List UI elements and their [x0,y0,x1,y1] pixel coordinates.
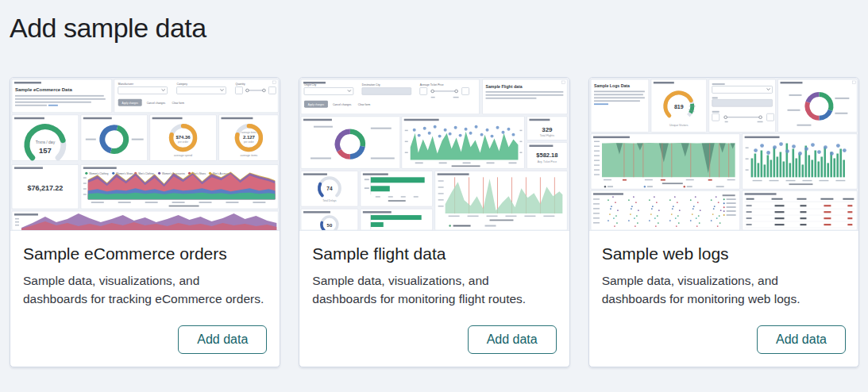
avg-spend-value: $74.36 [176,134,191,139]
ecommerce-avg-items-panel: average items 2.127 per order average it… [218,114,278,160]
ecommerce-intro-panel: Sample eCommerce Data [12,79,112,112]
flight-intro-panel: Sample Flight data [483,79,568,113]
avg-ticket-price-label: Average Ticket Price [420,83,444,86]
web-logs-dashboard-thumbnail: Sample Logs Data [589,78,858,231]
visitors-vs-bytes-chart-panel [742,133,857,189]
ecommerce-controls-panel: Manufacturer Category Quantity App [114,79,279,112]
host-table-panel [742,190,857,230]
cancel-changes-label: Cancel changes [333,102,352,106]
avg-items-unit: per order [244,140,254,143]
ecommerce-dashboard-thumbnail: Sample eCommerce Data Manufacturer [10,78,280,231]
total-flights-value: 329 [542,125,554,133]
unique-visitors-label: Unique Visitors [669,123,689,126]
flight-controls-panel: Origin City Destination City Average Tic… [301,79,480,113]
revenue-value: $76,217.22 [27,184,63,192]
page-title: Add sample data [10,11,859,45]
manufacturer-select [118,86,168,94]
trxns-gauge-value: 157 [39,145,52,154]
card-body-ecommerce: Sample eCommerce orders Sample data, vis… [10,231,280,367]
ecommerce-panel-heading: Sample eCommerce Data [15,86,72,91]
logs-intro-panel: Sample Logs Data [591,79,649,132]
card-body-flight: Sample flight data Sample data, visualiz… [299,231,569,367]
total-delays-value: 74 [327,186,334,191]
avg-ticket-price-value: $582.18 [537,152,558,159]
flight-dashboard-thumbnail: Origin City Destination City Average Tic… [299,78,569,231]
clear-form-label: Clear form [358,102,371,106]
response-codes-chart-panel [591,133,740,189]
apply-changes-label: Apply changes [122,101,139,104]
total-flights-label: Total Flights [540,134,554,137]
svg-text:Women's Shoes: Women's Shoes [116,171,133,175]
trxns-gauge-label: Trxns / day [36,139,56,144]
ecommerce-avg-spend-panel: $74.36 per order average spend [150,114,217,160]
destination-city-input [362,87,411,94]
card-title-ecommerce: Sample eCommerce orders [23,243,267,264]
sample-data-cards: Sample eCommerce Data Manufacturer [10,77,859,367]
add-data-button-web-logs[interactable]: Add data [757,325,846,354]
total-delays-label: Total Delays [323,199,338,202]
card-web-logs: Sample Logs Data [588,77,859,367]
ecommerce-promotion-panel [12,211,278,230]
card-ecommerce: Sample eCommerce Data Manufacturer [10,77,280,367]
avg-ticket-price-panel: $582.18 Avg. Ticket Price [527,142,568,168]
add-data-button-flight[interactable]: Add data [468,325,557,354]
quantity-label: Quantity [235,82,245,85]
card-title-web-logs: Sample web logs [602,243,846,264]
ecommerce-sales-by-category-panel: Women's Clothing Women's Shoes Men's Clo… [81,164,279,209]
card-description-web-logs: Sample data, visualizations, and dashboa… [602,271,846,309]
avg-items-value: 2.127 [243,134,256,139]
card-footer-web-logs: Add data [602,325,846,354]
flight-panel-heading: Sample Flight data [486,83,523,88]
origin-city-select [304,87,353,94]
manufacturer-label: Manufacturer [118,82,134,85]
unique-visitors-value: 819 [674,103,684,109]
add-data-button-ecommerce[interactable]: Add data [178,325,267,354]
filter-input [712,99,772,106]
svg-text:Women's Clothing: Women's Clothing [89,171,108,175]
ecommerce-revenue-panel: $76,217.22 [12,164,79,209]
unique-visitors-gauge-panel: 819 Unique Visitors [651,79,707,132]
category-label: Category [177,82,188,85]
bytes-scatter-panel [591,190,740,230]
add-sample-data-page: Add sample data Sample eCommerce Data [0,0,868,367]
avg-spend-unit: per order [178,140,188,143]
total-cancellations-gauge-panel: 50 [301,209,358,230]
origin-city-label: Origin City [304,83,317,86]
web-logs-thumbnail-svg: Sample Logs Data [589,78,858,230]
logs-controls-panel [708,79,775,132]
total-cancellations-value: 50 [327,223,333,228]
card-footer-flight: Add data [312,325,556,354]
ecommerce-gender-donut-panel [81,114,148,160]
total-flights-panel: 329 Total Flights [527,116,568,140]
card-flight: Origin City Destination City Average Tic… [299,77,569,367]
card-title-flight: Sample flight data [312,243,556,264]
card-footer-ecommerce: Add data [23,325,267,354]
card-description-flight: Sample data, visualizations, and dashboa… [312,271,556,309]
destination-city-label: Destination City [362,83,380,86]
card-description-ecommerce: Sample data, visualizations, and dashboa… [23,271,267,309]
avg-ticket-price-label-text: Avg. Ticket Price [538,159,557,163]
clear-form-label: Clear form [172,101,185,104]
avg-items-label: average items [241,130,257,133]
flight-count-chart-panel [402,116,525,168]
delays-cancellations-chart-panel [435,171,568,230]
total-delays-gauge-panel: 74 Total Delays [301,171,358,206]
cancel-changes-label: Cancel changes [147,101,166,104]
flight-cancellations-bars-panel [361,209,433,230]
visitors-by-os-donut-panel [777,79,857,132]
logs-panel-heading: Sample Logs Data [594,83,630,87]
flight-thumbnail-svg: Origin City Destination City Average Tic… [299,78,569,230]
apply-changes-label: Apply changes [308,102,325,106]
ecommerce-thumbnail-svg: Sample eCommerce Data Manufacturer [10,78,280,230]
flight-delays-bars-panel [361,171,433,206]
category-select [177,86,226,94]
country-select [712,86,772,93]
avg-spend-caption: average spend [174,154,192,157]
flight-carrier-donut-panel [301,116,400,168]
ecommerce-gauge-panel: Trxns / day 157 [12,114,79,160]
card-body-web-logs: Sample web logs Sample data, visualizati… [589,231,858,367]
svg-text:Men's Clothing: Men's Clothing [138,171,154,175]
avg-items-caption: average items [240,154,257,157]
